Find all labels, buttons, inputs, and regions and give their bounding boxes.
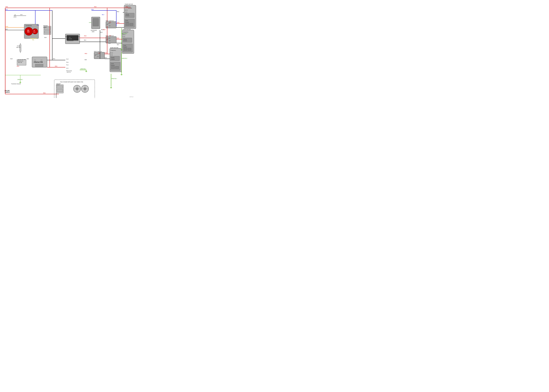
svg-text:T2⊙: T2⊙: [66, 62, 69, 63]
svg-text:BLK: BLK: [27, 58, 29, 59]
svg-text:BLU: BLU: [102, 14, 104, 15]
svg-rect-137: [110, 56, 120, 61]
svg-text:ORN: ORN: [6, 26, 8, 27]
svg-text:GRN/YEL*: GRN/YEL*: [80, 68, 86, 70]
svg-text:RED: RED: [105, 52, 107, 54]
svg-rect-144: [115, 66, 119, 69]
svg-text:LIGHT: LIGHT: [14, 16, 17, 18]
svg-text:RED: RED: [6, 6, 8, 7]
svg-text:HOURS: HOURS: [69, 38, 72, 39]
svg-text:BLK: BLK: [6, 28, 8, 30]
svg-text:RED: RED: [84, 35, 87, 37]
svg-text:Circuit: Circuit: [126, 20, 128, 21]
svg-text:Fans Included with Quiet Cover: Fans Included with Quiet Cover Option On…: [60, 81, 83, 83]
svg-text:Protector: Protector: [123, 40, 127, 41]
svg-text:Thermal: Thermal: [123, 39, 127, 40]
svg-text:SOLENOID: SOLENOID: [91, 30, 97, 31]
svg-text:RED: RED: [43, 92, 46, 94]
svg-rect-209: [57, 86, 63, 88]
svg-text:BLU: BLU: [92, 9, 94, 10]
svg-rect-131: [128, 48, 131, 50]
svg-text:Thermal: Thermal: [43, 25, 47, 26]
svg-text:T1⊙: T1⊙: [66, 64, 69, 66]
svg-point-98: [95, 55, 96, 56]
svg-text:GRN/YEL*: GRN/YEL*: [111, 78, 117, 79]
svg-point-65: [79, 36, 80, 37]
svg-rect-143: [111, 66, 115, 69]
svg-text:BLK: BLK: [44, 37, 47, 38]
svg-point-91: [109, 40, 110, 41]
svg-point-83: [109, 25, 110, 26]
svg-text:Protector: Protector: [111, 59, 115, 60]
svg-point-64: [65, 36, 66, 37]
svg-text:230V: 230V: [92, 31, 94, 32]
svg-rect-78: [106, 21, 116, 28]
svg-text:(Capacitor): (Capacitor): [111, 50, 116, 51]
svg-point-82: [109, 23, 110, 24]
svg-text:TERM BLOCK: TERM BLOCK: [17, 61, 23, 62]
svg-text:BLK: BLK: [84, 39, 86, 41]
svg-text:BLK: BLK: [100, 32, 103, 33]
svg-text:RED: RED: [109, 35, 111, 36]
svg-text:RED: RED: [85, 53, 87, 54]
svg-point-90: [109, 38, 110, 39]
svg-rect-210: [57, 89, 63, 92]
svg-text:RED: RED: [126, 6, 128, 7]
svg-text:W2 U2: W2 U2: [123, 34, 126, 35]
svg-text:Circuit: Circuit: [111, 63, 114, 64]
svg-text:BLK: BLK: [10, 58, 13, 59]
svg-text:ArtFull: ArtFull: [129, 96, 133, 98]
svg-text:RED: RED: [109, 22, 111, 23]
svg-point-53: [21, 59, 21, 60]
svg-text:BLK: BLK: [53, 58, 55, 59]
svg-text:GRN/YEL*: GRN/YEL*: [122, 58, 127, 59]
svg-text:RED: RED: [103, 29, 106, 30]
svg-text:GRN: GRN: [89, 22, 91, 23]
svg-text:(Capacitor): (Capacitor): [123, 31, 128, 33]
svg-text:24V: 24V: [14, 15, 16, 16]
svg-rect-73: [93, 18, 99, 26]
svg-text:300 mA: 300 mA: [16, 47, 20, 48]
svg-text:W2 U2: W2 U2: [125, 10, 128, 11]
svg-text:Switch: Switch: [43, 27, 47, 28]
svg-text:PUMP MOTOR: PUMP MOTOR: [110, 47, 118, 48]
svg-text:RED: RED: [55, 66, 57, 67]
svg-text:RED: RED: [17, 66, 19, 67]
svg-text:Breakers: Breakers: [126, 22, 129, 23]
svg-text:600V 30A: 600V 30A: [18, 62, 22, 63]
svg-point-55: [24, 59, 25, 60]
svg-text:Breakers: Breakers: [111, 65, 115, 66]
svg-text:BLK: BLK: [117, 11, 119, 12]
svg-text:RED: RED: [117, 22, 120, 23]
svg-text:SWITCH: SWITCH: [67, 72, 71, 73]
svg-rect-124: [123, 38, 132, 42]
wiring-diagram: RED RED BLU BLU TO 24V LIGHT WHT 230 VAC: [0, 0, 137, 98]
svg-point-100: [98, 56, 99, 57]
svg-text:SPDT SWITCH: SPDT SWITCH: [106, 20, 114, 21]
svg-text:BLK: BLK: [85, 59, 87, 60]
svg-text:W2 U2: W2 U2: [110, 53, 113, 53]
svg-text:GRN/YEL*: GRN/YEL*: [17, 79, 23, 80]
svg-text:RED: RED: [117, 37, 119, 39]
svg-text:CONTACTOR: CONTACTOR: [34, 61, 43, 63]
svg-text:TO: TO: [14, 14, 16, 15]
svg-text:⊙L1: ⊙L1: [66, 68, 69, 69]
svg-text:YEL: YEL: [32, 39, 34, 41]
svg-text:BLK: BLK: [105, 57, 107, 58]
svg-text:Thermal: Thermal: [126, 14, 129, 15]
svg-text:*Common Ground: *Common Ground: [11, 83, 21, 84]
svg-text:Protector: Protector: [126, 15, 129, 16]
svg-point-54: [22, 59, 23, 60]
svg-text:PUMP MOTOR: PUMP MOTOR: [125, 4, 133, 5]
svg-rect-130: [124, 48, 127, 50]
svg-text:Breakers: Breakers: [124, 47, 127, 47]
svg-text:Switch: Switch: [56, 84, 60, 85]
svg-text:Circuit: Circuit: [124, 45, 126, 46]
svg-rect-48: [35, 64, 43, 67]
svg-text:24: 24: [34, 30, 35, 31]
svg-text:VAC: VAC: [27, 31, 30, 33]
svg-point-52: [19, 59, 19, 60]
svg-text:230: 230: [27, 30, 29, 31]
svg-text:PRESSURE: PRESSURE: [66, 70, 72, 71]
svg-text:RED: RED: [94, 6, 97, 7]
